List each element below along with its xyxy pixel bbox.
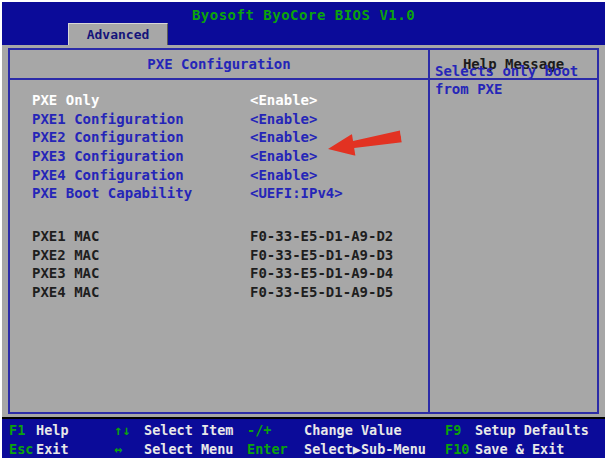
setting-label: PXE Only	[32, 92, 99, 108]
setting-value[interactable]: <Enable>	[250, 92, 317, 108]
settings-pane: PXE Configuration PXE Only <Enable> PXE1…	[10, 50, 430, 412]
action-setup-defaults: Setup Defaults	[475, 421, 589, 440]
mac-row-pxe4: PXE4 MAC F0-33-E5-D1-A9-D5	[10, 284, 428, 303]
tab-advanced[interactable]: Advanced	[68, 23, 168, 45]
setting-row-pxe4-configuration[interactable]: PXE4 Configuration <Enable>	[10, 167, 428, 186]
key-minus-plus: -/+	[247, 421, 304, 440]
setting-value[interactable]: <Enable>	[250, 167, 317, 183]
key-f1: F1	[9, 421, 36, 440]
key-hint-f10-save-exit: F10 Save & Exit	[445, 440, 589, 458]
left-right-arrows-icon: ↔	[114, 440, 144, 458]
key-hint-updown-select-item: ↑↓ Select Item	[114, 421, 233, 440]
mac-value: F0-33-E5-D1-A9-D3	[250, 247, 393, 263]
action-select-submenu: Select▶Sub-Menu	[304, 440, 426, 458]
key-hint-bar: F1 Help Esc Exit ↑↓ Select Item ↔ Select…	[2, 417, 605, 458]
key-hint-esc-exit: Esc Exit	[9, 440, 69, 458]
mac-label: PXE1 MAC	[32, 228, 99, 244]
action-select-menu: Select Menu	[144, 440, 233, 458]
mac-row-pxe3: PXE3 MAC F0-33-E5-D1-A9-D4	[10, 265, 428, 284]
key-f9: F9	[445, 421, 475, 440]
setting-row-pxe-boot-capability[interactable]: PXE Boot Capability <UEFI:IPv4>	[10, 185, 428, 204]
key-hint-f9-setup-defaults: F9 Setup Defaults	[445, 421, 589, 440]
setting-label: PXE Boot Capability	[32, 185, 192, 201]
setting-row-pxe1-configuration[interactable]: PXE1 Configuration <Enable>	[10, 111, 428, 130]
setting-label: PXE4 Configuration	[32, 167, 184, 183]
help-pane: Help Message Selects only boot from PXE	[430, 50, 597, 412]
setting-label: PXE1 Configuration	[32, 111, 184, 127]
bios-screen: Byosoft ByoCore BIOS V1.0 Advanced PXE C…	[2, 2, 605, 456]
setting-value[interactable]: <Enable>	[250, 148, 317, 164]
mac-label: PXE2 MAC	[32, 247, 99, 263]
key-hint-column: F9 Setup Defaults F10 Save & Exit	[445, 421, 589, 458]
key-hint-column: F1 Help Esc Exit	[9, 421, 69, 458]
key-hint-leftright-select-menu: ↔ Select Menu	[114, 440, 233, 458]
mac-value: F0-33-E5-D1-A9-D2	[250, 228, 393, 244]
key-esc: Esc	[9, 440, 36, 458]
action-change-value: Change Value	[304, 421, 402, 440]
setting-value[interactable]: <Enable>	[250, 111, 317, 127]
title-bar: Byosoft ByoCore BIOS V1.0 Advanced	[2, 2, 605, 45]
main-content: PXE Configuration PXE Only <Enable> PXE1…	[2, 45, 605, 417]
key-f10: F10	[445, 440, 475, 458]
key-hint-minusplus-change-value: -/+ Change Value	[247, 421, 426, 440]
bios-version-title: Byosoft ByoCore BIOS V1.0	[2, 7, 605, 23]
setting-label: PXE3 Configuration	[32, 148, 184, 164]
key-enter: Enter	[247, 440, 304, 458]
mac-address-list: PXE1 MAC F0-33-E5-D1-A9-D2 PXE2 MAC F0-3…	[10, 228, 428, 303]
setting-row-pxe-only[interactable]: PXE Only <Enable>	[10, 92, 428, 111]
mac-value: F0-33-E5-D1-A9-D5	[250, 284, 393, 300]
action-exit: Exit	[36, 440, 69, 458]
mac-label: PXE4 MAC	[32, 284, 99, 300]
action-help: Help	[36, 421, 69, 440]
setting-label: PXE2 Configuration	[32, 129, 184, 145]
mac-row-pxe2: PXE2 MAC F0-33-E5-D1-A9-D3	[10, 247, 428, 266]
action-save-exit: Save & Exit	[475, 440, 564, 458]
key-hint-column: -/+ Change Value Enter Select▶Sub-Menu	[247, 421, 426, 458]
content-frame: PXE Configuration PXE Only <Enable> PXE1…	[8, 48, 599, 414]
key-hint-enter-submenu: Enter Select▶Sub-Menu	[247, 440, 426, 458]
help-message-text: Selects only boot from PXE	[435, 62, 593, 98]
mac-label: PXE3 MAC	[32, 265, 99, 281]
settings-pane-title: PXE Configuration	[10, 50, 428, 80]
key-hint-f1-help: F1 Help	[9, 421, 69, 440]
up-down-arrows-icon: ↑↓	[114, 421, 144, 440]
key-hint-column: ↑↓ Select Item ↔ Select Menu	[114, 421, 233, 458]
setting-value[interactable]: <UEFI:IPv4>	[250, 185, 343, 201]
setting-value[interactable]: <Enable>	[250, 129, 317, 145]
action-select-item: Select Item	[144, 421, 233, 440]
mac-row-pxe1: PXE1 MAC F0-33-E5-D1-A9-D2	[10, 228, 428, 247]
mac-value: F0-33-E5-D1-A9-D4	[250, 265, 393, 281]
